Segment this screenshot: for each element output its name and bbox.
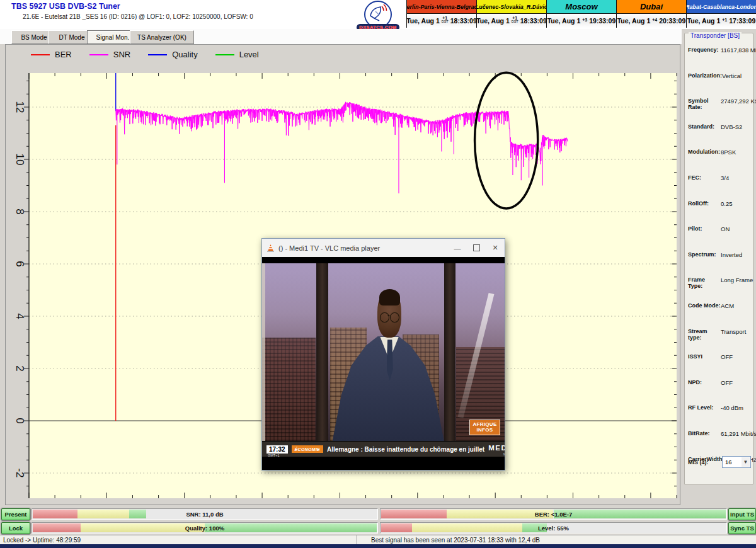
svg-text:12: 12 <box>14 101 26 113</box>
legend-color-line <box>89 54 108 55</box>
world-clocks: Berlin-Paris-Vienna-Belgrade Tue, Aug 1 … <box>406 0 756 28</box>
transponder-row: RollOff: 0.25 <box>688 198 752 224</box>
vlc-window-title: () - Medi1 TV - VLC media player <box>278 244 444 252</box>
clock-lucenec: Lučenec-Slovakia_R.Dávid Tue, Aug 1 +1DS… <box>476 0 546 28</box>
lock-button[interactable]: Lock <box>1 522 30 534</box>
transponder-row: Polarization: Vertical <box>688 71 752 96</box>
transponder-row: Code Mode: ACM <box>688 300 752 326</box>
taskbar-sliver <box>0 544 756 548</box>
transponder-value: Inverted <box>721 251 742 258</box>
svg-text:-2: -2 <box>14 468 26 477</box>
badge-line2: INFOS <box>470 427 500 433</box>
afrique-infos-badge: AFRIQUE INFOS <box>469 420 500 435</box>
transponder-row: BitRate: 61,291 Mbit/s <box>688 428 752 454</box>
clock-city-label: Dubai <box>617 0 686 14</box>
lock-uptime-status: Locked -> Uptime: 48:29:59 <box>0 535 357 545</box>
transponder-row: FEC: 3/4 <box>688 173 752 198</box>
svg-text:2: 2 <box>14 365 26 371</box>
transponder-value: 11617,838 MHz <box>721 47 756 54</box>
clock-tz: +1DST <box>512 16 518 24</box>
window-frame <box>316 263 328 441</box>
transponder-label: Standard: <box>688 123 721 130</box>
ber-bar: BER: <1.0E-7 <box>380 508 727 520</box>
glasses-icon <box>390 312 399 323</box>
transponder-label: RollOff: <box>688 200 721 207</box>
chart-legend: BER SNR Quality Level <box>31 50 259 59</box>
sync-ts-button[interactable]: Sync TS <box>728 522 756 534</box>
glasses-icon <box>380 312 389 323</box>
app-title: TBS 5927 USB DVB-S2 Tuner <box>11 2 120 11</box>
transponder-label: Spectrum: <box>688 251 721 258</box>
clock-hms: 19:33:09 <box>589 17 616 25</box>
clock-date: Tue, Aug 1 <box>406 17 440 25</box>
clock-hms: 18:33:09 <box>520 17 547 25</box>
clock-rabat: Rabat-Casablanca-London Tue, Aug 1 +1 17… <box>686 0 756 28</box>
transponder-label: Frequency: <box>688 47 721 53</box>
transponder-label: Polarization: <box>688 72 722 79</box>
ticker-category-tag: ÉCONOMIE <box>292 445 324 453</box>
transponder-value: Long Frame <box>721 277 753 283</box>
transponder-value: ACM <box>721 302 734 309</box>
transponder-rows: Frequency: 11617,838 MHz Polarization: V… <box>688 45 752 479</box>
clock-city-label: Moscow <box>547 0 616 14</box>
maximize-icon <box>473 244 480 251</box>
maximize-button[interactable] <box>467 239 486 257</box>
transponder-row: Standard: DVB-S2 <box>688 122 752 147</box>
clock-moscow: Moscow Tue, Aug 1 +3 19:33:09 <box>546 0 616 28</box>
transponder-value: Transport <box>721 328 746 335</box>
news-studio-scene <box>262 263 505 441</box>
clock-tz: +3 <box>582 18 587 22</box>
set-edge <box>262 263 265 441</box>
clock-hms: 20:33:09 <box>659 17 685 25</box>
transponder-label: Pilot: <box>688 225 721 232</box>
clock-date: Tue, Aug 1 <box>617 17 651 25</box>
transponder-value: 27497,292 KS/s <box>721 98 756 105</box>
input-ts-button[interactable]: Input TS <box>728 508 756 520</box>
badge-line1: AFRIQUE <box>470 421 500 428</box>
transponder-row: NPD: OFF <box>688 377 752 403</box>
level-bar: Level: 55% <box>380 522 727 534</box>
svg-text:0: 0 <box>14 418 26 423</box>
letterbox-bottom <box>262 457 505 470</box>
transponder-row: Modulation: 8PSK <box>688 147 752 173</box>
transponder-row: Pilot: ON <box>688 224 752 249</box>
vlc-titlebar[interactable]: () - Medi1 TV - VLC media player — ✕ <box>262 239 505 257</box>
close-button[interactable]: ✕ <box>486 239 505 257</box>
clock-berlin: Berlin-Paris-Vienna-Belgrade Tue, Aug 1 … <box>406 0 476 28</box>
transponder-groupbox: Transponder [BS] Frequency: 11617,838 MH… <box>684 33 753 485</box>
dxsatcs-logo: DXSATCS.COM <box>357 1 399 31</box>
legend-label: Quality <box>172 50 197 59</box>
clock-tz: +4 <box>652 18 657 22</box>
clock-tz: +1 <box>722 18 727 22</box>
vlc-cone-icon <box>266 244 275 253</box>
transponder-label: Modulation: <box>688 149 721 155</box>
chevron-down-icon[interactable]: ▼ <box>742 457 750 467</box>
legend-item: SNR <box>89 50 130 59</box>
transponder-row: Frame Type: Long Frame <box>688 275 752 300</box>
present-button[interactable]: Present <box>1 508 30 520</box>
legend-item: Quality <box>148 50 197 59</box>
ticker-time: 17:32GMT+1 <box>266 445 288 454</box>
status-bar: Locked -> Uptime: 48:29:59 Best signal h… <box>0 535 756 545</box>
window-frame <box>444 263 455 441</box>
glasses-bridge <box>387 316 391 317</box>
transponder-label: Symbol Rate: <box>688 98 721 110</box>
transponder-row: Frequency: 11617,838 MHz <box>688 45 752 71</box>
vlc-window[interactable]: () - Medi1 TV - VLC media player — ✕ <box>261 238 505 471</box>
groupbox-title: Transponder [BS] <box>689 32 742 39</box>
clock-city-label: Berlin-Paris-Vienna-Belgrade <box>407 0 476 14</box>
svg-text:6: 6 <box>14 261 26 266</box>
mis-row: MIS (4): 16 ▼ <box>688 456 751 468</box>
transponder-label: FEC: <box>688 174 721 181</box>
snr-bar: SNR: 11,0 dB <box>32 508 378 520</box>
legend-label: SNR <box>113 50 130 59</box>
transponder-value: DVB-S2 <box>721 123 742 130</box>
clock-time: Tue, Aug 1 +1DST 18:33:09 <box>477 14 546 28</box>
transponder-label: Frame Type: <box>688 277 721 289</box>
mis-label: MIS (4): <box>688 459 721 465</box>
mis-dropdown[interactable]: 16 ▼ <box>722 456 751 468</box>
logo-subtext: MAGHREB <box>488 453 505 456</box>
tab-ts-analyzer[interactable]: TS Analyzer (OK) <box>130 30 194 44</box>
vlc-video-area[interactable]: AFRIQUE INFOS 17:32GMT+1 ÉCONOMIE Allema… <box>262 257 505 470</box>
minimize-button[interactable]: — <box>448 239 467 257</box>
